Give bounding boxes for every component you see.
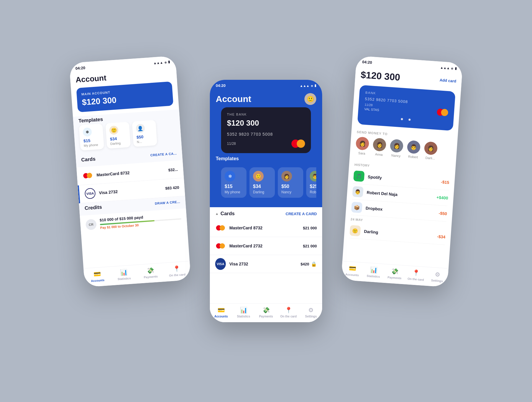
- card-name: MasterCard 2732: [229, 244, 303, 248]
- nav-settings-center[interactable]: ⚙ Settings: [300, 307, 322, 318]
- card-amount: $120 300: [227, 119, 305, 128]
- visa-icon: VISA: [85, 188, 96, 199]
- mastercard-icon: [215, 241, 226, 251]
- template-icon: ❄: [225, 171, 235, 181]
- add-card-btn[interactable]: Add card: [439, 78, 456, 83]
- bank-card-blue[interactable]: BANK 5352 9820 7703 5008 11/28 VAL STAS: [357, 85, 455, 131]
- avatar: 👩: [373, 138, 387, 152]
- user-avatar[interactable]: 🙂: [304, 93, 316, 105]
- trans-name: Darling: [364, 229, 437, 239]
- card-expiry: 11/28: [227, 142, 236, 146]
- nav-label: Payments: [259, 315, 273, 318]
- accounts-icon: 💳: [218, 307, 225, 314]
- bank-card-dark[interactable]: THE BANK $120 300 5352 9820 7703 5008 11…: [221, 107, 311, 153]
- template-name: My phone: [225, 190, 243, 194]
- avatars-row: 👩 Sara 👩 Anna 👩 Nancy 👨 Robert 👩: [355, 137, 452, 161]
- template-center-item[interactable]: ❄ $15 My phone: [221, 167, 246, 198]
- credits-action[interactable]: DRAW A CRE...: [155, 200, 180, 205]
- template-amount: $15: [225, 184, 243, 189]
- payments-icon: 💸: [262, 307, 270, 314]
- template-amount: $34: [110, 136, 127, 142]
- status-icons-left: ▲▲▲ ⌾ ▮: [153, 60, 170, 65]
- contact-robert[interactable]: 👨 Robert: [406, 140, 421, 159]
- trans-amount: +$400: [436, 195, 448, 200]
- contact-nancy[interactable]: 👩 Nancy: [389, 139, 403, 158]
- trans-name: Robert Del Naja: [366, 190, 437, 200]
- template-center-item[interactable]: 👨 $25... Rob...: [306, 167, 316, 198]
- cards-action-left[interactable]: CREATE A CA...: [150, 152, 177, 157]
- transaction-section: HISTORY 🎵 Spotify -$15 👨 Robert Del Naja…: [342, 157, 456, 268]
- template-item[interactable]: 🙂 $34 Darling: [105, 122, 131, 149]
- nav-payments-left[interactable]: 💸 Payments: [137, 266, 164, 279]
- templates-row-center: ❄ $15 My phone 🙂 $34 Darling 👩 $50 Nancy: [216, 164, 316, 201]
- nav-accounts-left[interactable]: 💳 Accounts: [84, 270, 111, 283]
- left-phone: 04:20 ▲▲▲ ⌾ ▮ Account MAIN ACCOUNT $120 …: [69, 56, 191, 287]
- card-item-visa-center[interactable]: VISA Visa 2732 $420 🔒: [210, 255, 322, 273]
- card-name: MasterCard 8732: [229, 226, 303, 230]
- nav-oncard-center[interactable]: 📍 On the card: [277, 307, 300, 318]
- statistics-icon: 📊: [240, 307, 247, 314]
- contact-sara[interactable]: 👩 Sara: [355, 137, 369, 155]
- template-amount: $50: [136, 134, 153, 140]
- trans-amount: -$34: [437, 234, 445, 239]
- nav-statistics-right[interactable]: 📊 Statistics: [363, 266, 385, 279]
- avatar: 👨: [407, 140, 421, 154]
- white-section: ▲ Cards CREATE A CARD MasterCard 8732 $2…: [210, 207, 322, 322]
- nav-oncard-right[interactable]: 📍 On the card: [405, 269, 427, 282]
- card-item-mc2-center[interactable]: MasterCard 2732 $21 000: [210, 237, 322, 255]
- card-balance: $32...: [168, 167, 178, 172]
- nav-label: Accounts: [345, 273, 359, 277]
- nav-label: On the card: [280, 315, 297, 318]
- contact-name: Sara: [358, 151, 365, 155]
- nav-accounts-right[interactable]: 💳 Accounts: [341, 264, 364, 277]
- template-item[interactable]: ❄ $15 My phone: [79, 124, 104, 150]
- nav-oncard-left[interactable]: 📍 On the card: [163, 264, 191, 278]
- nav-payments-center[interactable]: 💸 Payments: [255, 307, 277, 318]
- cards-title-left: Cards: [81, 156, 95, 163]
- card-balance: $420: [301, 262, 309, 266]
- template-icon: 👤: [136, 124, 145, 133]
- lock-icon: 🔒: [311, 261, 317, 267]
- right-amount: $120 300: [360, 69, 400, 83]
- template-center-item[interactable]: 👩 $50 Nancy: [278, 167, 303, 198]
- template-center-item[interactable]: 🙂 $34 Darling: [249, 167, 275, 198]
- status-icons-center: ▲▲▲ ⌾ ▮: [300, 84, 316, 87]
- page-title-center: Account: [216, 94, 251, 104]
- nav-label: Statistics: [237, 315, 250, 318]
- nav-settings-right[interactable]: ⚙ Settings: [426, 270, 448, 283]
- avatar: 👩: [390, 139, 404, 153]
- time-left: 04:20: [75, 66, 85, 71]
- contact-name: Anna: [375, 153, 383, 157]
- contact-anna[interactable]: 👩 Anna: [372, 138, 386, 157]
- credit-info: $10 000 of $15 000 payd Pay $1 000 to Oc…: [100, 212, 182, 229]
- mastercard-icon: [82, 170, 93, 181]
- nav-label: Accounts: [91, 278, 104, 283]
- center-phone: 04:20 ▲▲▲ ⌾ ▮ Account 🙂 THE BANK $120 30…: [210, 80, 322, 322]
- credits-title: Credits: [85, 204, 102, 211]
- nav-accounts-center[interactable]: 💳 Accounts: [210, 307, 232, 318]
- trans-name: Spotify: [368, 174, 441, 184]
- nav-statistics-left[interactable]: 📊 Statistics: [110, 268, 138, 281]
- card-name: Visa 2732: [229, 262, 301, 266]
- template-amount: $15: [83, 137, 100, 143]
- template-item[interactable]: 👤 $50 N...: [132, 120, 157, 147]
- payments-icon: 💸: [391, 268, 399, 275]
- settings-icon: ⚙: [434, 271, 440, 278]
- card-expiry-right: 11/28: [364, 103, 379, 107]
- card-name: Visa 2732: [99, 186, 166, 195]
- nav-label: On the card: [408, 277, 424, 281]
- trans-name: Dropbox: [366, 206, 439, 215]
- nav-payments-right[interactable]: 💸 Payments: [384, 267, 406, 280]
- card-balance: $21 000: [303, 226, 317, 230]
- card-item-mc1-center[interactable]: MasterCard 8732 $21 000: [210, 219, 322, 237]
- bank-name: THE BANK: [227, 113, 305, 116]
- cards-section-header: ▲ Cards CREATE A CARD: [210, 207, 322, 219]
- contact-darli[interactable]: 👩 Darli...: [424, 141, 438, 160]
- nav-statistics-center[interactable]: 📊 Statistics: [232, 307, 255, 318]
- template-name: My phone: [84, 143, 100, 147]
- darling-icon: 🙂: [349, 225, 361, 236]
- oncard-icon: 📍: [412, 269, 420, 277]
- nav-label: Statistics: [366, 274, 380, 278]
- card-number: 5352 9820 7703 5008: [227, 132, 305, 137]
- create-card-btn[interactable]: CREATE A CARD: [286, 212, 317, 216]
